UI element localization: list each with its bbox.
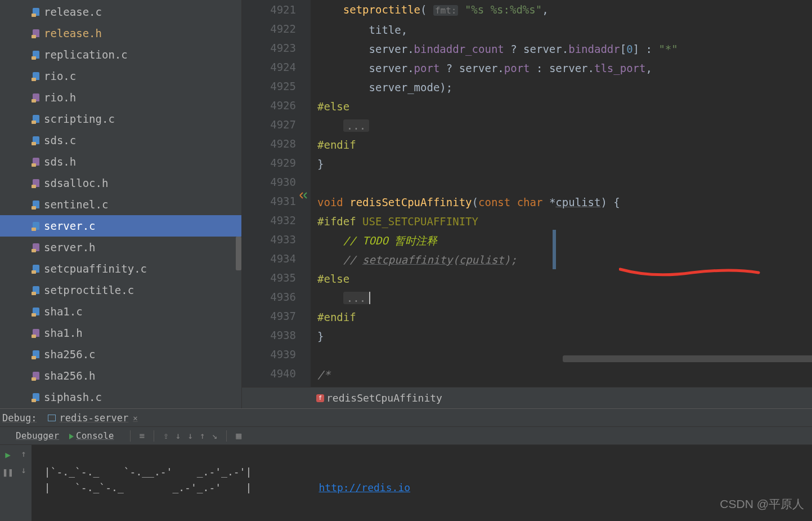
scroll-down-icon[interactable]: ↓ bbox=[21, 465, 26, 475]
breadcrumb-function[interactable]: redisSetCpuAffinity bbox=[326, 392, 442, 404]
file-name-label: scripting.c bbox=[44, 113, 115, 125]
file-item-release-h[interactable]: release.h bbox=[0, 23, 241, 44]
file-item-release-c[interactable]: release.c bbox=[0, 1, 241, 23]
line-number[interactable]: 4939 bbox=[242, 345, 296, 364]
close-icon[interactable]: ✕ bbox=[133, 413, 137, 422]
line-number[interactable]: 4921 bbox=[242, 0, 296, 19]
file-item-scripting-c[interactable]: scripting.c bbox=[0, 108, 241, 130]
line-number[interactable]: 4930 bbox=[242, 172, 296, 192]
line-number[interactable]: 4924 bbox=[242, 57, 296, 77]
breadcrumb-bar[interactable]: f redisSetCpuAffinity bbox=[242, 387, 812, 408]
c-file-icon bbox=[32, 393, 41, 402]
line-number[interactable]: 4929 bbox=[242, 153, 296, 172]
c-file-icon bbox=[32, 114, 41, 123]
header-file-icon bbox=[32, 243, 41, 252]
c-file-icon bbox=[32, 72, 41, 81]
file-item-server-c[interactable]: server.c bbox=[0, 215, 241, 237]
file-name-label: sdsalloc.h bbox=[44, 177, 108, 189]
resume-icon[interactable]: ▶ bbox=[5, 449, 11, 460]
console-link[interactable]: http://redis.io bbox=[319, 482, 411, 493]
file-name-label: rio.c bbox=[44, 70, 76, 82]
line-number[interactable]: 4926 bbox=[242, 96, 296, 115]
line-number[interactable]: 4936 bbox=[242, 287, 296, 306]
evaluate-icon[interactable]: ▦ bbox=[236, 430, 241, 441]
file-item-sha1-c[interactable]: sha1.c bbox=[0, 301, 241, 322]
debug-config-name[interactable]: redis-server bbox=[59, 412, 128, 424]
console-line: | `-._`-._ _.-'_.-' | bbox=[38, 482, 319, 493]
header-file-icon bbox=[32, 29, 41, 38]
step-into-icon[interactable]: ↓ bbox=[176, 430, 181, 441]
file-item-rio-h[interactable]: rio.h bbox=[0, 87, 241, 108]
file-item-server-h[interactable]: server.h bbox=[0, 237, 241, 258]
line-number[interactable]: 4934 bbox=[242, 249, 296, 268]
file-name-label: rio.h bbox=[44, 91, 76, 104]
run-config-icon bbox=[48, 414, 56, 422]
file-tree-sidebar[interactable]: release.crelease.hreplication.crio.crio.… bbox=[0, 0, 242, 408]
step-into2-icon[interactable]: ↓ bbox=[187, 430, 193, 441]
file-name-label: sha256.c bbox=[44, 348, 96, 360]
file-name-label: server.h bbox=[44, 241, 96, 253]
file-name-label: replication.c bbox=[44, 48, 128, 61]
header-file-icon bbox=[32, 371, 41, 380]
file-item-rio-c[interactable]: rio.c bbox=[0, 65, 241, 87]
step-over-icon[interactable]: ⇪ bbox=[163, 430, 169, 441]
file-name-label: release.c bbox=[44, 6, 102, 18]
file-name-label: siphash.c bbox=[44, 391, 102, 403]
file-name-label: setcpuaffinity.c bbox=[44, 262, 147, 275]
c-file-icon bbox=[32, 200, 41, 209]
line-number[interactable]: 4931 bbox=[242, 192, 296, 211]
debug-tool-window[interactable]: Debug: redis-server ✕ Debugger Console ≡… bbox=[0, 408, 812, 521]
file-item-sha256-h[interactable]: sha256.h bbox=[0, 365, 241, 386]
c-file-icon bbox=[32, 307, 41, 316]
line-number[interactable]: 4928 bbox=[242, 134, 296, 153]
sidebar-scrollbar[interactable] bbox=[236, 237, 241, 270]
run-to-cursor-icon[interactable]: ↘ bbox=[212, 430, 218, 441]
step-out-icon[interactable]: ↑ bbox=[200, 430, 205, 441]
function-icon: f bbox=[316, 394, 324, 402]
file-item-sdsalloc-h[interactable]: sdsalloc.h bbox=[0, 172, 241, 194]
line-number-gutter[interactable]: 4921492249234924492549264927492849294930… bbox=[242, 0, 311, 387]
header-file-icon bbox=[32, 179, 41, 188]
c-file-icon bbox=[32, 50, 41, 59]
file-name-label: server.c bbox=[44, 220, 96, 232]
line-number[interactable]: 4935 bbox=[242, 268, 296, 287]
debug-title: Debug: bbox=[2, 412, 37, 424]
code-content[interactable]: setproctitle( fmt: "%s %s:%d%s", title, … bbox=[311, 0, 812, 387]
file-item-setcpuaffinity-c[interactable]: setcpuaffinity.c bbox=[0, 258, 241, 279]
line-number[interactable]: 4923 bbox=[242, 38, 296, 57]
file-item-sds-c[interactable]: sds.c bbox=[0, 130, 241, 151]
file-item-replication-c[interactable]: replication.c bbox=[0, 44, 241, 65]
code-editor[interactable]: 4921492249234924492549264927492849294930… bbox=[242, 0, 812, 408]
console-line: |`-._`-._ `-.__.-' _.-'_.-'| bbox=[38, 466, 252, 478]
line-number[interactable]: 4925 bbox=[242, 77, 296, 96]
header-file-icon bbox=[32, 93, 41, 102]
gutter-marker-icon[interactable] bbox=[299, 192, 307, 199]
header-file-icon bbox=[32, 157, 41, 166]
console-output[interactable]: |`-._`-._ `-.__.-' _.-'_.-'| | `-._`-._ … bbox=[32, 445, 812, 521]
file-item-siphash-c[interactable]: siphash.c bbox=[0, 386, 241, 408]
file-item-sha256-c[interactable]: sha256.c bbox=[0, 344, 241, 365]
tab-console[interactable]: Console bbox=[69, 430, 114, 441]
c-file-icon bbox=[32, 136, 41, 145]
file-item-sha1-h[interactable]: sha1.h bbox=[0, 322, 241, 344]
line-number[interactable]: 4932 bbox=[242, 211, 296, 230]
line-number[interactable]: 4940 bbox=[242, 364, 296, 383]
debug-side-toolbar: ▶ ❚❚ bbox=[0, 445, 16, 521]
line-number[interactable]: 4933 bbox=[242, 230, 296, 249]
line-number[interactable]: 4937 bbox=[242, 306, 296, 326]
line-number[interactable]: 4927 bbox=[242, 115, 296, 134]
c-file-icon bbox=[32, 350, 41, 359]
scroll-up-icon[interactable]: ↑ bbox=[21, 448, 26, 459]
file-item-setproctitle-c[interactable]: setproctitle.c bbox=[0, 279, 241, 301]
file-item-sds-h[interactable]: sds.h bbox=[0, 151, 241, 172]
toolbar-icon-1[interactable]: ≡ bbox=[140, 430, 145, 441]
file-name-label: sha1.c bbox=[44, 305, 83, 318]
pause-icon[interactable]: ❚❚ bbox=[2, 467, 13, 478]
tab-debugger[interactable]: Debugger bbox=[16, 430, 59, 441]
file-item-sentinel-c[interactable]: sentinel.c bbox=[0, 194, 241, 215]
line-number[interactable]: 4938 bbox=[242, 326, 296, 345]
console-side-toolbar: ↑ ↓ bbox=[16, 445, 32, 521]
editor-horizontal-scrollbar[interactable] bbox=[563, 355, 812, 362]
c-file-icon bbox=[32, 7, 41, 16]
line-number[interactable]: 4922 bbox=[242, 19, 296, 38]
